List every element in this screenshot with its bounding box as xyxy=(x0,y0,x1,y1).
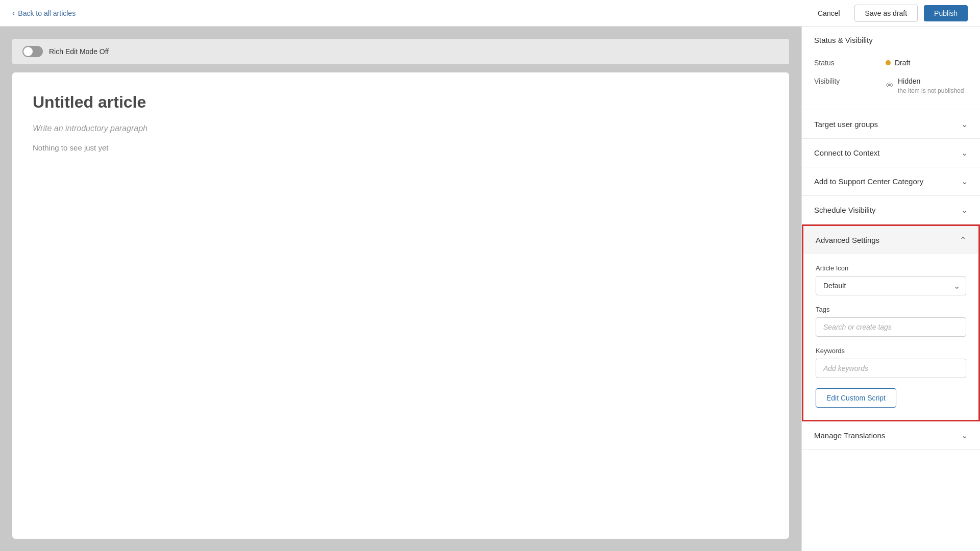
back-label: Back to all articles xyxy=(18,9,76,17)
status-label: Status xyxy=(814,59,855,67)
article-title[interactable]: Untitled article xyxy=(33,93,769,112)
article-icon-label: Article Icon xyxy=(816,264,966,272)
draft-dot-icon xyxy=(886,60,891,65)
top-bar-left: ‹ Back to all articles xyxy=(12,9,803,18)
chevron-up-icon: ⌃ xyxy=(960,235,966,245)
status-row: Status Draft xyxy=(814,54,968,72)
keywords-label: Keywords xyxy=(816,347,966,355)
tags-input[interactable] xyxy=(816,317,966,337)
right-sidebar: Status & Visibility Status Draft Visibil… xyxy=(801,27,980,551)
manage-translations-section: Manage Translations ⌄ xyxy=(802,421,980,450)
editor-area: Rich Edit Mode Off Untitled article Writ… xyxy=(0,27,801,551)
advanced-settings-header[interactable]: Advanced Settings ⌃ xyxy=(803,226,978,254)
article-icon-field: Article Icon Default ⌄ xyxy=(816,264,966,295)
schedule-visibility-header[interactable]: Schedule Visibility ⌄ xyxy=(802,196,980,224)
edit-script-wrapper: Edit Custom Script xyxy=(816,388,966,408)
chevron-down-icon: ⌄ xyxy=(961,119,968,129)
article-intro[interactable]: Write an introductory paragraph xyxy=(33,124,769,133)
visibility-col: Hidden the item is not published xyxy=(898,77,964,94)
tags-field: Tags xyxy=(816,306,966,337)
rich-edit-toggle[interactable] xyxy=(22,46,43,57)
visibility-value: 👁︎ Hidden the item is not published xyxy=(886,77,964,94)
chevron-down-icon: ⌄ xyxy=(961,205,968,215)
connect-context-section: Connect to Context ⌄ xyxy=(802,139,980,167)
advanced-settings-section: Advanced Settings ⌃ Article Icon Default… xyxy=(802,224,980,421)
keywords-field: Keywords xyxy=(816,347,966,378)
back-link[interactable]: ‹ Back to all articles xyxy=(12,9,76,18)
target-user-groups-title: Target user groups xyxy=(814,120,878,129)
visibility-row: Visibility 👁︎ Hidden the item is not pub… xyxy=(814,72,968,99)
chevron-down-icon: ⌄ xyxy=(961,431,968,440)
cancel-button[interactable]: Cancel xyxy=(810,5,848,21)
tags-label: Tags xyxy=(816,306,966,313)
visibility-text: Hidden xyxy=(898,77,964,85)
article-empty: Nothing to see just yet xyxy=(33,143,769,152)
status-visibility-section: Status & Visibility Status Draft Visibil… xyxy=(802,27,980,110)
status-visibility-title: Status & Visibility xyxy=(814,36,873,44)
rich-edit-label: Rich Edit Mode Off xyxy=(49,47,109,56)
publish-button[interactable]: Publish xyxy=(924,5,968,21)
target-user-groups-section: Target user groups ⌄ xyxy=(802,110,980,139)
save-draft-button[interactable]: Save as draft xyxy=(854,5,918,22)
visibility-sub-text: the item is not published xyxy=(898,87,964,94)
visibility-label: Visibility xyxy=(814,77,855,85)
status-value: Draft xyxy=(886,59,910,67)
eye-off-icon: 👁︎ xyxy=(886,81,894,90)
edit-custom-script-button[interactable]: Edit Custom Script xyxy=(816,388,896,408)
chevron-down-icon: ⌄ xyxy=(961,148,968,158)
add-category-section: Add to Support Center Category ⌄ xyxy=(802,167,980,196)
schedule-visibility-title: Schedule Visibility xyxy=(814,206,876,214)
add-category-title: Add to Support Center Category xyxy=(814,177,923,186)
schedule-visibility-section: Schedule Visibility ⌄ xyxy=(802,196,980,224)
chevron-down-icon: ⌄ xyxy=(961,177,968,186)
article-card: Untitled article Write an introductory p… xyxy=(12,72,789,539)
target-user-groups-header[interactable]: Target user groups ⌄ xyxy=(802,110,980,138)
manage-translations-header[interactable]: Manage Translations ⌄ xyxy=(802,421,980,449)
main-layout: Rich Edit Mode Off Untitled article Writ… xyxy=(0,27,980,551)
chevron-left-icon: ‹ xyxy=(12,9,15,18)
advanced-settings-content: Article Icon Default ⌄ Tags Keywords xyxy=(803,254,978,420)
article-icon-select-wrapper: Default ⌄ xyxy=(816,276,966,295)
top-bar: ‹ Back to all articles Cancel Save as dr… xyxy=(0,0,980,27)
manage-translations-title: Manage Translations xyxy=(814,431,885,440)
connect-context-title: Connect to Context xyxy=(814,148,879,157)
status-section-content: Status Draft Visibility 👁︎ Hidden the it… xyxy=(802,54,980,110)
connect-context-header[interactable]: Connect to Context ⌄ xyxy=(802,139,980,167)
status-text: Draft xyxy=(895,59,910,67)
status-visibility-header[interactable]: Status & Visibility xyxy=(802,27,980,54)
rich-edit-bar: Rich Edit Mode Off xyxy=(12,39,789,64)
add-category-header[interactable]: Add to Support Center Category ⌄ xyxy=(802,167,980,195)
advanced-settings-title: Advanced Settings xyxy=(816,236,879,244)
article-icon-select[interactable]: Default xyxy=(816,276,966,295)
keywords-input[interactable] xyxy=(816,359,966,378)
